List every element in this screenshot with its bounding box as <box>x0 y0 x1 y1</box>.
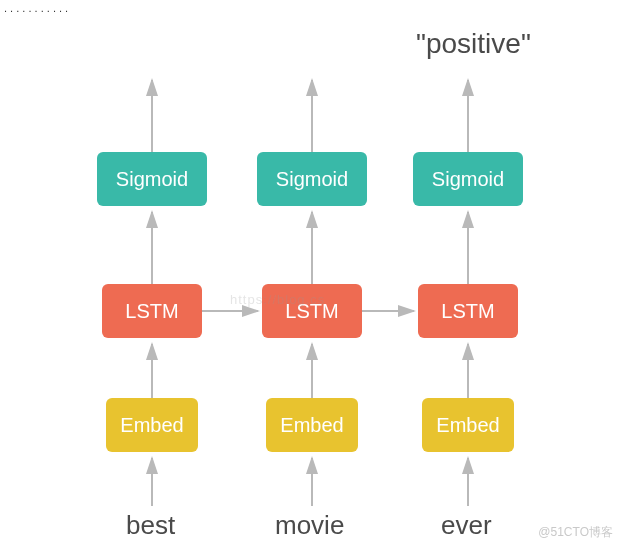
sigmoid-box-0: Sigmoid <box>97 152 207 206</box>
embed-box-2: Embed <box>422 398 514 452</box>
sigmoid-box-1: Sigmoid <box>257 152 367 206</box>
box-label: LSTM <box>441 300 494 323</box>
lstm-box-0: LSTM <box>102 284 202 338</box>
embed-box-0: Embed <box>106 398 198 452</box>
lstm-diagram: . . . . . . . . . . . "positive" Sigmoid… <box>0 0 627 557</box>
box-label: LSTM <box>125 300 178 323</box>
truncated-header: . . . . . . . . . . . <box>4 2 68 14</box>
input-word-0: best <box>126 510 175 541</box>
sigmoid-box-2: Sigmoid <box>413 152 523 206</box>
embed-box-1: Embed <box>266 398 358 452</box>
box-label: Sigmoid <box>432 168 504 191</box>
input-word-2: ever <box>441 510 492 541</box>
box-label: Embed <box>120 414 183 437</box>
box-label: Sigmoid <box>116 168 188 191</box>
box-label: Embed <box>280 414 343 437</box>
input-word-1: movie <box>275 510 344 541</box>
lstm-box-2: LSTM <box>418 284 518 338</box>
box-label: Embed <box>436 414 499 437</box>
watermark-text: @51CTO博客 <box>538 524 613 541</box>
output-label: "positive" <box>416 28 531 60</box>
connection-arrows <box>0 0 627 557</box>
watermark-faint: https://blog.cs <box>230 292 325 307</box>
box-label: Sigmoid <box>276 168 348 191</box>
